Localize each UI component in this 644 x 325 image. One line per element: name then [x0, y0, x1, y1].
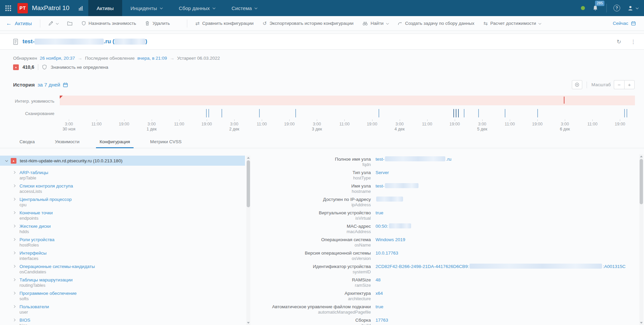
zoom-out-button[interactable]: − — [614, 80, 624, 89]
time-axis: 3:0030 ноя11:0019:003:001 дек11:0019:003… — [60, 119, 635, 134]
tree-item-key: endpoints — [19, 216, 252, 221]
nav-item-incidents[interactable]: Инциденты — [122, 0, 170, 16]
tree-item-title: Жесткие диски — [19, 223, 252, 229]
axis-label: 19:00 — [367, 122, 377, 127]
detail-value-link[interactable]: Windows 2019 — [376, 237, 405, 242]
scan-track[interactable] — [60, 107, 635, 119]
tree-root-node[interactable]: ▲ test-rkim-update-win.rd.ptsecurity.ru … — [0, 156, 245, 166]
detail-label-ru: Идентификатор устройства — [252, 264, 371, 269]
vuln-marker — [564, 97, 564, 104]
axis-label: 11:00 — [422, 122, 432, 127]
axis-time-label: 19:00 — [615, 122, 625, 127]
tree-item-routingTables[interactable]: Таблицы маршрутизацииroutingTables — [0, 277, 252, 290]
detail-value-link[interactable]: true — [376, 304, 383, 310]
edit-button[interactable] — [48, 21, 58, 26]
vulnerability-band[interactable] — [60, 96, 635, 105]
help-button[interactable]: ? — [613, 5, 620, 11]
nav-item-assets[interactable]: Активы — [88, 0, 122, 16]
significance-text: Значимость не определена — [51, 65, 108, 70]
tree-item-title: Роли устройства — [19, 237, 252, 242]
detail-value-link[interactable]: 48 — [376, 277, 381, 283]
axis-tick-mark — [289, 119, 290, 121]
scroll-down-icon[interactable] — [247, 322, 250, 324]
axis-label: 19:00 — [615, 122, 625, 127]
asset-title-link[interactable]: test-.ru () — [22, 38, 147, 45]
tab-summary[interactable]: Сводка — [16, 136, 39, 148]
export-config-history-button[interactable]: ↺Экспортировать историю конфигурации — [263, 21, 354, 26]
tree-item-arpTable[interactable]: ARP-таблицыarpTable — [0, 170, 252, 183]
find-button[interactable]: Найти — [362, 21, 388, 26]
scroll-up-icon[interactable] — [247, 157, 250, 159]
detail-value-link[interactable]: x64 — [376, 290, 383, 296]
tab-configuration[interactable]: Конфигурация — [96, 136, 134, 148]
axis-label: 19:00 — [119, 122, 129, 127]
detail-value-link[interactable]: 2CD82F42-B266-2498-21DA-4417626D6CB9::A0… — [376, 264, 626, 269]
detail-row-hostType: Тип узлаhostTypeServer — [252, 170, 644, 183]
detail-value-link[interactable]: test-.ru — [376, 156, 451, 162]
detail-value-link[interactable]: test- — [376, 183, 419, 189]
tree-item-accessLists[interactable]: Списки контроля доступаaccessLists — [0, 183, 252, 197]
tab-vulnerabilities[interactable]: Уязвимости — [51, 136, 83, 148]
create-collection-task-button[interactable]: Создать задачу по сбору данных — [397, 21, 475, 26]
delete-button[interactable]: Удалить — [145, 21, 170, 26]
kebab-menu-icon[interactable]: ⋮ — [631, 39, 636, 45]
pt-logo[interactable]: PT — [17, 3, 28, 13]
detail-value-text: 10.0.17763 — [376, 251, 398, 256]
tree-item-cpu[interactable]: Центральный процессорcpu — [0, 197, 252, 210]
user-menu-button[interactable] — [628, 5, 638, 11]
tree-item-osCandidates[interactable]: Операционные системы-кандидатыosCandidat… — [0, 264, 252, 277]
toolbar-button-label: Удалить — [152, 21, 170, 26]
discovered-date-link[interactable]: 26 ноября, 20:37 — [40, 56, 75, 61]
refresh-icon[interactable]: ↻ — [617, 39, 621, 45]
back-label: Активы — [15, 20, 32, 26]
notifications-button[interactable]: 285 — [592, 5, 598, 11]
navbar-right: 285 ? — [581, 4, 644, 12]
tree-item-hostRoles[interactable]: Роли устройстваhostRoles — [0, 237, 252, 250]
now-button[interactable]: Сейчас — [613, 21, 636, 26]
history-range-link[interactable]: за 7 дней — [38, 82, 68, 88]
tree-item-softs[interactable]: Программное обеспечениеsofts — [0, 290, 252, 304]
apps-grid-icon — [5, 5, 11, 11]
axis-time-label: 11:00 — [422, 122, 432, 127]
scroll-up-icon[interactable] — [640, 156, 643, 157]
details-scrollbar[interactable] — [639, 154, 643, 325]
details-scrollbar-thumb[interactable] — [640, 159, 643, 204]
compare-configs-button[interactable]: ⇄Сравнить конфигурации — [195, 21, 254, 26]
scroll-down-icon[interactable] — [640, 322, 643, 324]
updated-date-link[interactable]: вчера, в 21:09 — [137, 56, 167, 61]
detail-value-link[interactable] — [376, 197, 404, 202]
detail-value-link[interactable]: 00:50: — [376, 223, 412, 229]
detail-label-key: ipAddress — [252, 202, 371, 208]
detail-value-link[interactable]: Server — [376, 170, 389, 175]
axis-label: 3:004 дек — [395, 122, 405, 132]
detail-value-link[interactable]: true — [376, 210, 383, 216]
detail-value-link[interactable]: 10.0.17763 — [376, 250, 398, 256]
zoom-in-button[interactable]: + — [624, 80, 635, 89]
assign-significance-button[interactable]: Назначить значимость — [82, 21, 136, 26]
detail-label-key: ramSize — [252, 283, 371, 288]
dashboard-icon[interactable] — [78, 5, 84, 11]
axis-label: 3:002 дек — [229, 122, 239, 132]
arrow-up-icon: ▲ — [15, 66, 17, 69]
apps-grid-button[interactable] — [0, 0, 16, 16]
folder-button[interactable] — [67, 21, 72, 26]
reachability-calc-button[interactable]: ⇆Расчет достижимости — [483, 21, 541, 26]
tree-scrollbar[interactable] — [246, 156, 250, 325]
back-to-assets-link[interactable]: ← Активы — [6, 20, 32, 26]
tree-item-hdds[interactable]: Жесткие дискиhdds — [0, 223, 252, 237]
nav-item-data-collection[interactable]: Сбор данных — [170, 0, 223, 16]
center-marker-button[interactable] — [572, 80, 582, 89]
detail-label-key: osVersion — [252, 256, 371, 261]
scan-tick — [505, 109, 505, 117]
tree-item-user[interactable]: Пользователиuser — [0, 304, 252, 317]
tree-item-endpoints[interactable]: Конечные точкиendpoints — [0, 210, 252, 223]
tab-cvss-metrics[interactable]: Метрики CVSS — [146, 136, 185, 148]
tree-scrollbar-thumb[interactable] — [247, 160, 250, 207]
detail-value-link[interactable]: 17763 — [376, 317, 388, 323]
chevron-down-icon — [386, 22, 389, 24]
tree-item-interfaces[interactable]: Интерфейсыinterfaces — [0, 250, 252, 264]
tree-item-bios[interactable]: BIOSbios — [0, 317, 252, 325]
detail-label-key: hostname — [252, 189, 371, 194]
nav-item-system[interactable]: Система — [223, 0, 265, 16]
history-title: История — [13, 82, 35, 88]
